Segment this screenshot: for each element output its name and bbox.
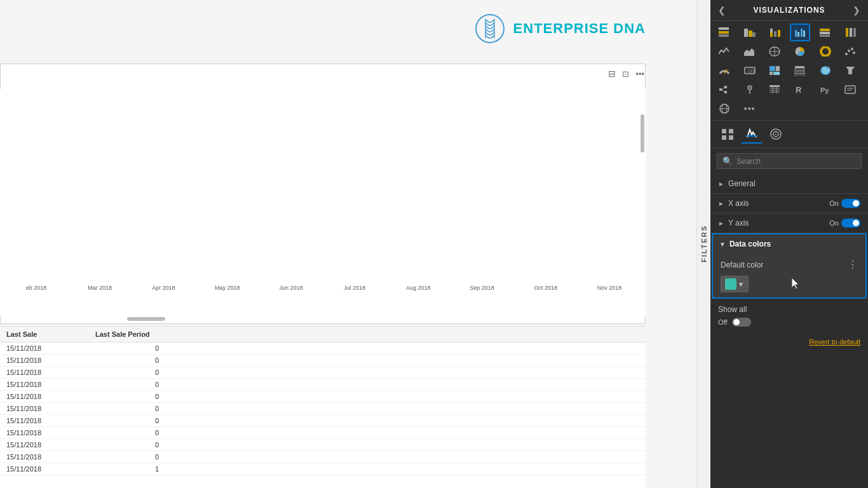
viz-panel-header: ❮ VISUALIZATIONS ❯ — [710, 0, 868, 21]
svg-point-52 — [749, 87, 750, 88]
bar-apr: Apr 2018 — [133, 282, 193, 291]
svg-rect-38 — [770, 72, 773, 75]
logo-dna-icon — [474, 13, 506, 44]
color-picker-button[interactable]: ▼ — [721, 276, 749, 292]
viz-matrix[interactable] — [790, 62, 810, 79]
show-all-toggle-switch[interactable] — [732, 318, 751, 327]
viz-100-stacked-bar[interactable] — [815, 24, 836, 41]
color-dropdown-chevron-icon: ▼ — [738, 281, 744, 288]
svg-point-75 — [775, 133, 776, 135]
format-icon[interactable] — [741, 125, 763, 144]
viz-funnel[interactable] — [840, 62, 860, 79]
x-axis-section: ► X axis On — [710, 194, 868, 214]
svg-text:123: 123 — [747, 69, 755, 73]
viz-stacked-bar[interactable] — [714, 24, 735, 41]
viz-filled-map[interactable] — [815, 62, 836, 79]
viz-python-visual[interactable]: Py — [815, 81, 836, 98]
viz-pie[interactable] — [790, 43, 810, 60]
table-row: 15/11/2018 0 — [0, 415, 646, 427]
viz-r-visual[interactable]: R — [790, 81, 810, 98]
collapse-left-icon[interactable]: ❮ — [718, 5, 726, 15]
more-options-button[interactable]: ⋮ — [848, 259, 858, 271]
bar-oct: Oct 2018 — [516, 282, 576, 291]
viz-line[interactable] — [714, 43, 735, 60]
expand-right-icon[interactable]: ❯ — [853, 5, 860, 15]
viz-map[interactable] — [764, 43, 785, 60]
svg-rect-19 — [820, 35, 830, 37]
svg-rect-43 — [795, 74, 804, 76]
chart-toolbar: ⊟ ⊡ ••• — [608, 69, 644, 79]
viz-more[interactable]: ••• — [740, 100, 760, 118]
svg-rect-16 — [803, 30, 805, 37]
x-axis-chevron-icon: ► — [718, 200, 724, 207]
svg-rect-10 — [770, 29, 773, 32]
viz-clustered-bar[interactable] — [740, 24, 760, 41]
general-section-header[interactable]: ► General — [710, 174, 868, 193]
show-all-section: Show all Off — [710, 299, 868, 333]
table-row: 15/11/2018 0 — [0, 342, 646, 355]
scrollbar-vertical[interactable] — [641, 114, 644, 152]
table-header: Last Sale Last Sale Period — [0, 327, 646, 342]
viz-donut[interactable] — [815, 43, 836, 60]
viz-card[interactable]: 123 — [740, 62, 760, 79]
svg-rect-3 — [719, 31, 729, 34]
search-box[interactable]: 🔍 — [717, 153, 862, 169]
viz-area[interactable] — [740, 43, 760, 60]
analytics-icon[interactable] — [765, 125, 787, 144]
bar-mar: Mar 2018 — [70, 282, 130, 291]
svg-rect-8 — [752, 32, 756, 37]
table-row: 15/11/2018 0 — [0, 403, 646, 415]
filters-label: FILTERS — [700, 225, 708, 262]
viz-key-influencers[interactable] — [740, 81, 760, 98]
bar-jun: Jun 2018 — [261, 282, 321, 291]
y-axis-toggle-switch[interactable] — [841, 219, 860, 227]
expand-icon[interactable]: ⊡ — [622, 69, 629, 79]
svg-rect-15 — [801, 29, 803, 37]
svg-rect-17 — [820, 29, 830, 31]
viz-clustered-col[interactable] — [790, 24, 810, 41]
y-axis-section: ► Y axis On — [710, 214, 868, 233]
viz-100-stacked-col[interactable] — [840, 24, 860, 41]
filters-panel[interactable]: FILTERS — [696, 0, 710, 488]
default-color-row: Default color ⋮ — [721, 259, 858, 271]
viz-table[interactable] — [764, 81, 785, 98]
svg-point-28 — [824, 50, 827, 53]
viz-gauge[interactable] — [714, 62, 735, 79]
col-header-last-sale-period: Last Sale Period — [95, 330, 172, 338]
x-axis-toggle-switch[interactable] — [841, 199, 860, 208]
viz-icons-grid: 123 R Py — [710, 21, 868, 121]
filter-icon[interactable]: ⊟ — [608, 69, 616, 79]
svg-rect-72 — [746, 135, 757, 137]
y-axis-toggle: On — [829, 219, 860, 227]
search-input[interactable] — [736, 157, 856, 166]
table-row: 15/11/2018 0 — [0, 439, 646, 451]
svg-point-29 — [845, 53, 848, 55]
revert-to-default-link[interactable]: Revert to default — [710, 333, 868, 351]
viz-scatter[interactable] — [840, 43, 860, 60]
viz-treemap[interactable] — [764, 62, 785, 79]
svg-rect-37 — [776, 66, 780, 71]
viz-stacked-col[interactable] — [764, 24, 785, 41]
bar-chart: eb 2018 Mar 2018 Apr 2018 May 2018 Jun 2… — [0, 89, 646, 316]
table-row: 15/11/2018 0 — [0, 427, 646, 439]
logo-text: ENTERPRISE DNA — [513, 20, 646, 37]
svg-rect-18 — [820, 32, 830, 34]
y-axis-section-header[interactable]: ► Y axis On — [710, 214, 868, 233]
y-axis-title: Y axis — [728, 219, 825, 227]
more-icon[interactable]: ••• — [635, 69, 644, 79]
scrollbar-horizontal[interactable] — [127, 317, 165, 321]
svg-rect-21 — [850, 28, 852, 37]
svg-rect-4 — [719, 27, 729, 30]
viz-globe[interactable] — [714, 100, 735, 118]
x-axis-section-header[interactable]: ► X axis On — [710, 194, 868, 213]
cursor-icon — [792, 278, 801, 290]
data-colors-header[interactable]: ▼ Data colors — [713, 234, 865, 254]
data-colors-section: ▼ Data colors Default color ⋮ ▼ — [712, 233, 867, 299]
viz-decomp-tree[interactable] — [714, 81, 735, 98]
fields-icon[interactable] — [717, 125, 738, 144]
bar-may: May 2018 — [198, 282, 257, 291]
svg-point-31 — [851, 48, 853, 50]
table-body[interactable]: 15/11/2018 0 15/11/2018 0 15/11/2018 0 1… — [0, 342, 646, 486]
data-colors-chevron-icon: ▼ — [719, 241, 726, 248]
viz-smart-narrative[interactable] — [840, 81, 860, 98]
